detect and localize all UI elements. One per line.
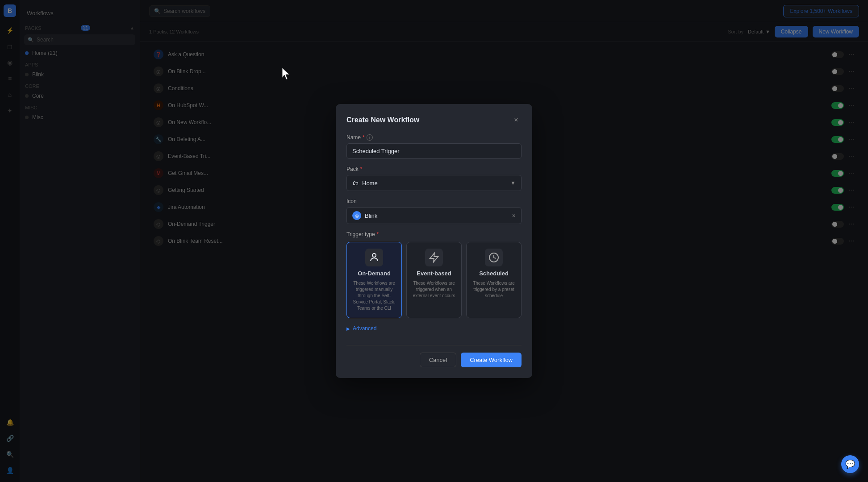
- name-input[interactable]: [346, 143, 522, 159]
- pack-required: *: [360, 166, 363, 172]
- pack-label: Pack *: [346, 166, 522, 172]
- svg-marker-1: [430, 253, 438, 262]
- create-workflow-modal: Create New Workflow × Name * i Pack * 🗂 …: [336, 104, 532, 378]
- required-indicator: *: [363, 134, 365, 141]
- modal-footer: Cancel Create Workflow: [346, 345, 522, 367]
- trigger-required: *: [377, 231, 379, 237]
- scheduled-desc: These Workflows are triggered by a prese…: [471, 280, 517, 299]
- event-based-desc: These Workflows are triggered when an ex…: [411, 280, 457, 299]
- on-demand-icon: [365, 249, 383, 266]
- modal-title: Create New Workflow: [346, 116, 419, 124]
- modal-close-button[interactable]: ×: [511, 115, 522, 125]
- name-label: Name * i: [346, 134, 522, 141]
- pack-select-left: 🗂 Home: [352, 179, 378, 187]
- modal-header: Create New Workflow ×: [346, 115, 522, 125]
- advanced-toggle[interactable]: ▶ Advanced: [346, 325, 522, 332]
- trigger-type-group: Trigger type * On-Demand These Workflows…: [346, 231, 522, 318]
- name-info-icon[interactable]: i: [367, 134, 373, 141]
- icon-select-left: ◎ Blink: [352, 211, 377, 220]
- trigger-card-event-based[interactable]: Event-based These Workflows are triggere…: [406, 242, 462, 318]
- event-based-icon: [425, 249, 443, 266]
- icon-name: Blink: [365, 212, 377, 219]
- pack-value: Home: [362, 180, 378, 187]
- advanced-section: ▶ Advanced: [346, 325, 522, 332]
- chevron-right-icon: ▶: [346, 326, 350, 331]
- trigger-card-on-demand[interactable]: On-Demand These Workflows are triggered …: [346, 242, 402, 318]
- modal-overlay: Create New Workflow × Name * i Pack * 🗂 …: [0, 0, 868, 482]
- event-based-title: Event-based: [417, 270, 451, 277]
- icon-preview: ◎: [352, 211, 361, 220]
- cancel-button[interactable]: Cancel: [420, 353, 456, 367]
- icon-label: Icon: [346, 198, 522, 204]
- trigger-type-label: Trigger type *: [346, 231, 522, 237]
- on-demand-desc: These Workflows are triggered manually t…: [351, 280, 397, 312]
- pack-select[interactable]: 🗂 Home ▼: [346, 175, 522, 191]
- pack-form-group: Pack * 🗂 Home ▼: [346, 166, 522, 191]
- scheduled-icon: [485, 249, 503, 266]
- advanced-label: Advanced: [353, 325, 376, 332]
- on-demand-title: On-Demand: [358, 270, 391, 277]
- chevron-down-icon: ▼: [510, 180, 516, 186]
- clear-icon-button[interactable]: ×: [512, 212, 516, 219]
- name-form-group: Name * i: [346, 134, 522, 159]
- home-folder-icon: 🗂: [352, 179, 359, 187]
- chat-widget[interactable]: 💬: [841, 455, 859, 473]
- icon-select[interactable]: ◎ Blink ×: [346, 207, 522, 224]
- scheduled-title: Scheduled: [479, 270, 509, 277]
- trigger-cards: On-Demand These Workflows are triggered …: [346, 242, 522, 318]
- icon-form-group: Icon ◎ Blink ×: [346, 198, 522, 224]
- svg-point-0: [372, 253, 376, 257]
- create-workflow-button[interactable]: Create Workflow: [461, 353, 522, 367]
- trigger-card-scheduled[interactable]: Scheduled These Workflows are triggered …: [466, 242, 522, 318]
